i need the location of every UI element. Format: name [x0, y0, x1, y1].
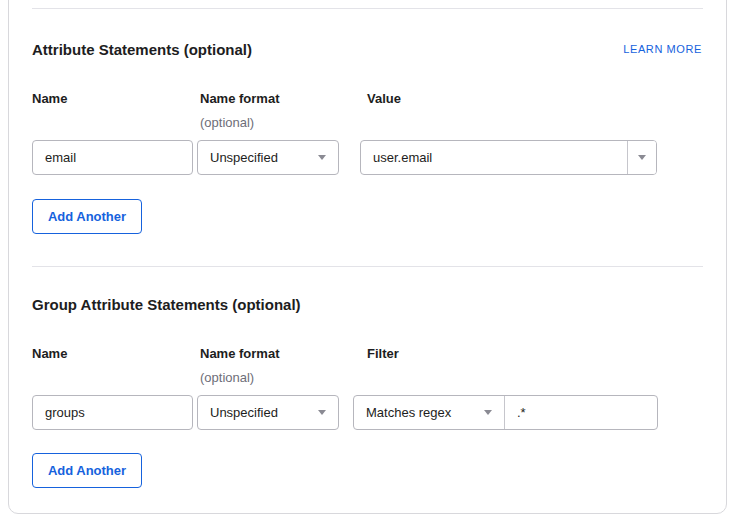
add-another-group-attribute-button[interactable]: Add Another — [32, 453, 142, 488]
column-header-value: Value — [367, 92, 401, 106]
group-attribute-name-input[interactable] — [32, 395, 193, 430]
group-attribute-filter-combo: Matches regex — [353, 395, 658, 430]
name-format-optional-note: (optional) — [200, 371, 254, 385]
divider — [32, 266, 703, 267]
learn-more-link[interactable]: LEARN MORE — [623, 43, 702, 55]
attribute-name-format-select[interactable]: Unspecified — [197, 140, 339, 175]
chevron-down-icon — [638, 155, 646, 160]
settings-card — [8, 0, 727, 514]
group-attribute-name-format-value: Unspecified — [210, 405, 278, 420]
column-header-filter: Filter — [367, 347, 399, 361]
group-attribute-name-format-select[interactable]: Unspecified — [197, 395, 339, 430]
add-another-attribute-button[interactable]: Add Another — [32, 199, 142, 234]
group-attribute-filter-type-value: Matches regex — [366, 405, 451, 420]
attribute-name-input[interactable] — [32, 140, 193, 175]
attribute-name-format-value: Unspecified — [210, 150, 278, 165]
section-title-group-attribute-statements: Group Attribute Statements (optional) — [32, 297, 301, 313]
chevron-down-icon — [318, 410, 326, 415]
column-header-name-format: Name format — [200, 347, 279, 361]
group-attribute-filter-value-input[interactable] — [504, 396, 657, 429]
column-header-name-format: Name format — [200, 92, 279, 106]
attribute-value-input[interactable] — [361, 141, 627, 174]
attribute-value-combo — [360, 140, 657, 175]
column-header-name: Name — [32, 92, 67, 106]
section-title-attribute-statements: Attribute Statements (optional) — [32, 42, 252, 58]
group-attribute-filter-type-select[interactable]: Matches regex — [354, 396, 504, 429]
name-format-optional-note: (optional) — [200, 116, 254, 130]
chevron-down-icon — [318, 155, 326, 160]
column-header-name: Name — [32, 347, 67, 361]
attribute-value-dropdown-button[interactable] — [627, 141, 656, 174]
divider — [32, 8, 703, 9]
chevron-down-icon — [484, 410, 492, 415]
